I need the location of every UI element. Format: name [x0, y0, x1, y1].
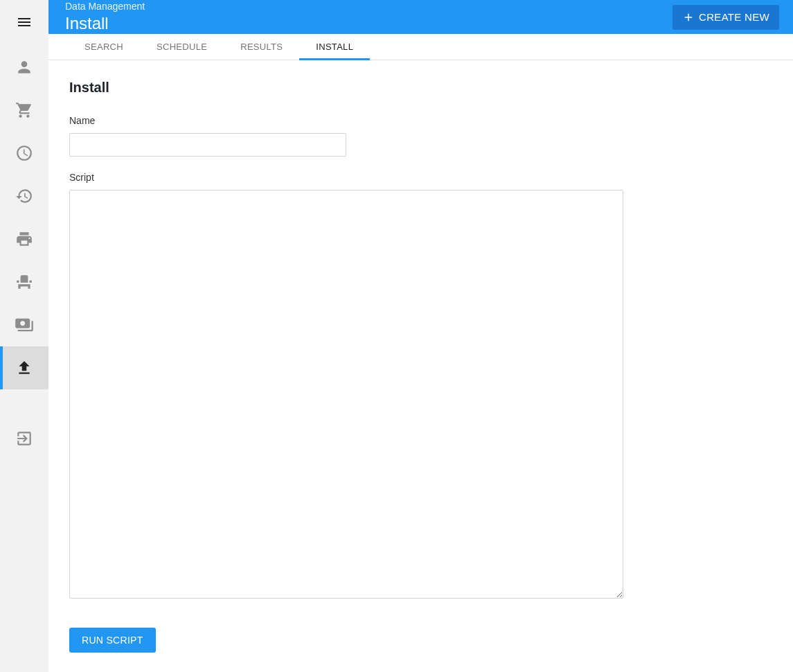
sidebar-item-cart[interactable]: [0, 89, 48, 132]
create-new-label: CREATE NEW: [699, 11, 769, 23]
sidebar-item-print[interactable]: [0, 218, 48, 260]
sidebar-item-upload[interactable]: [0, 346, 48, 389]
sidebar: [0, 0, 48, 672]
tab-label: SEARCH: [84, 42, 123, 52]
print-icon: [15, 230, 33, 248]
tab-label: INSTALL: [316, 42, 353, 52]
menu-icon[interactable]: [0, 8, 48, 36]
tab-search[interactable]: SEARCH: [68, 34, 140, 60]
history-icon: [15, 187, 33, 205]
sidebar-item-exit[interactable]: [0, 417, 48, 460]
exit-icon: [15, 430, 33, 448]
tab-label: RESULTS: [240, 42, 283, 52]
sidebar-item-seat[interactable]: [0, 260, 48, 303]
person-icon: [15, 58, 33, 76]
breadcrumb: Data Management: [65, 1, 145, 12]
content: Install Name Script RUN SCRIPT: [48, 60, 793, 672]
tabs: SEARCH SCHEDULE RESULTS INSTALL: [48, 34, 793, 60]
header: Data Management Install CREATE NEW: [48, 0, 793, 34]
plus-icon: [682, 11, 695, 24]
sidebar-item-history[interactable]: [0, 175, 48, 218]
script-label: Script: [69, 172, 772, 183]
script-textarea[interactable]: [69, 190, 623, 599]
clock-icon: [15, 144, 33, 162]
run-script-button[interactable]: RUN SCRIPT: [69, 628, 156, 653]
section-heading: Install: [69, 80, 772, 96]
tab-schedule[interactable]: SCHEDULE: [140, 34, 224, 60]
name-input[interactable]: [69, 133, 346, 157]
main: Data Management Install CREATE NEW SEARC…: [48, 0, 793, 672]
payments-icon: [15, 315, 34, 335]
sidebar-item-payments[interactable]: [0, 303, 48, 346]
name-label: Name: [69, 115, 772, 126]
cart-icon: [15, 101, 33, 119]
create-new-button[interactable]: CREATE NEW: [672, 5, 779, 30]
upload-icon: [15, 359, 33, 377]
page-title: Install: [65, 14, 145, 34]
sidebar-item-clock[interactable]: [0, 132, 48, 175]
tab-label: SCHEDULE: [157, 42, 207, 52]
tab-install[interactable]: INSTALL: [299, 34, 370, 60]
run-script-label: RUN SCRIPT: [82, 635, 143, 646]
sidebar-item-person[interactable]: [0, 46, 48, 89]
tab-results[interactable]: RESULTS: [224, 34, 299, 60]
seat-icon: [15, 273, 33, 291]
